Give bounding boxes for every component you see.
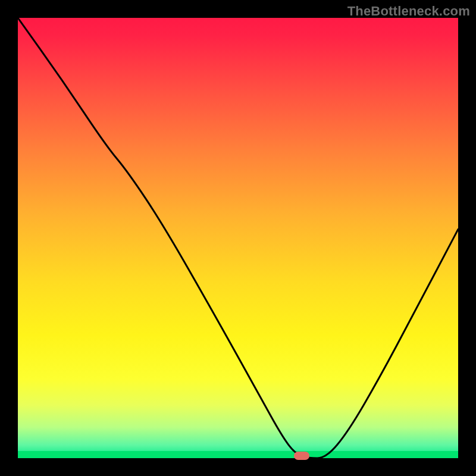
gradient-bg xyxy=(18,18,458,458)
plot-area xyxy=(18,18,458,458)
chart-canvas: TheBottleneck.com xyxy=(0,0,476,476)
watermark-text: TheBottleneck.com xyxy=(347,4,470,19)
optimal-marker xyxy=(294,452,309,460)
green-band xyxy=(18,451,458,458)
plot-svg xyxy=(18,18,458,458)
